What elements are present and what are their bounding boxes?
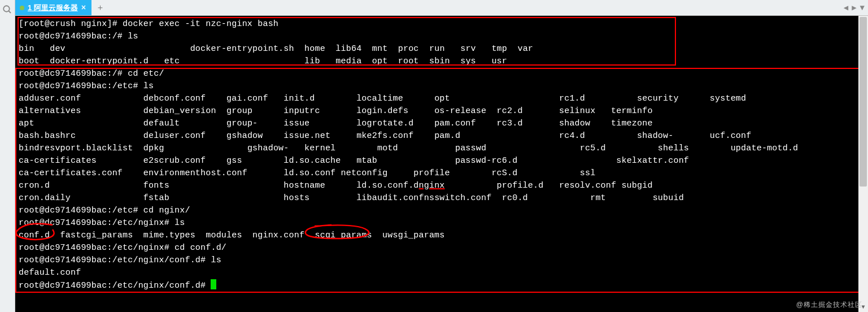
svg-line-1 — [8, 11, 11, 13]
close-icon[interactable]: × — [81, 4, 86, 12]
search-icon[interactable] — [2, 5, 12, 18]
tab-label: 1 阿里云服务器 — [28, 3, 78, 13]
scroll-thumb[interactable] — [860, 17, 867, 187]
svg-point-0 — [3, 6, 10, 12]
scrollbar[interactable]: ▲ ▼ — [858, 16, 868, 312]
tab-active[interactable]: 1 阿里云服务器 × — [15, 0, 91, 15]
tab-bar: 1 阿里云服务器 × ＋ ◀ ▶ ▼ — [15, 0, 868, 16]
add-tab-button[interactable]: ＋ — [91, 0, 108, 15]
status-dot-icon — [20, 6, 24, 10]
tab-nav: ◀ ▶ ▼ — [844, 0, 868, 15]
scroll-down-icon[interactable]: ▼ — [858, 302, 868, 312]
chevron-down-icon[interactable]: ▼ — [860, 3, 865, 12]
chevron-left-icon[interactable]: ◀ — [844, 3, 848, 12]
chevron-right-icon[interactable]: ▶ — [852, 3, 856, 12]
terminal[interactable]: [root@crush nginx]# docker exec -it nzc-… — [15, 16, 868, 312]
editor-left-gutter — [0, 0, 15, 312]
